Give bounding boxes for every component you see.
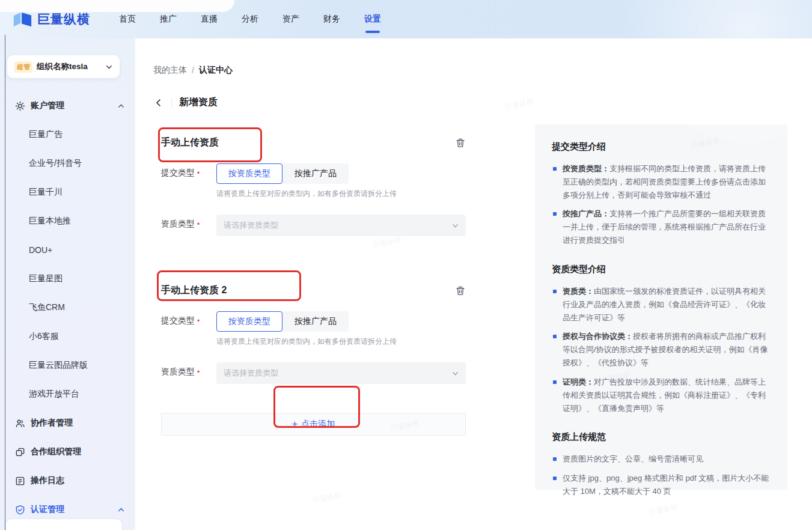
list-item: 资质图片的文字、公章、编号需清晰可见 (552, 452, 771, 466)
tab-by-qualification-type[interactable]: 按资质类型 (216, 163, 282, 184)
helper-text: 请将资质上传至对应的类型内，如有多份资质请拆分上传 (216, 337, 397, 347)
nav-item-analysis[interactable]: 分析 (240, 10, 260, 28)
nav-item-settings-label: 设置 (364, 14, 381, 23)
field-label-qual-type: 资质类型• (161, 362, 216, 377)
sidebar-label: 合作组织管理 (31, 446, 124, 457)
main-content: 我的主体 / 认证中心 新增资质 手动上传资质 提交类型• (135, 38, 812, 530)
bullet-icon (553, 335, 557, 338)
sidebar-item-feiyu-crm[interactable]: 飞鱼CRM (0, 293, 135, 322)
org-name: 组织名称tesla (37, 61, 106, 72)
sidebar-label: 账户管理 (31, 100, 118, 111)
gear-icon (15, 101, 25, 111)
bullet-icon (553, 380, 557, 384)
sidebar-label: DOU+ (29, 245, 124, 255)
section-title: 提交类型介绍 (552, 141, 771, 153)
page-header: 新增资质 (153, 96, 218, 109)
sidebar-item-xingtu[interactable]: 巨量星图 (0, 264, 135, 293)
sidebar-label: 认证管理 (31, 504, 118, 515)
chevron-up-icon[interactable] (118, 507, 124, 513)
sidebar-item-partner-org-mgmt[interactable]: 合作组织管理 (0, 437, 135, 466)
chevron-up-icon[interactable] (118, 103, 124, 109)
nav-item-home[interactable]: 首页 (118, 10, 137, 28)
bullet-icon (553, 477, 557, 480)
nav-item-settings[interactable]: 设置 (363, 10, 382, 28)
add-button-label: 点击添加 (301, 419, 335, 430)
sidebar-label: 巨量星图 (29, 273, 124, 284)
delete-card-button[interactable] (455, 285, 466, 296)
section-title: 资质上传规范 (552, 431, 771, 443)
org-selector[interactable]: 超管 组织名称tesla (7, 55, 120, 78)
qual-type-select[interactable]: 请选择资质类型 (216, 215, 466, 236)
required-marker: • (197, 169, 200, 177)
help-section-upload-rules: 资质上传规范 资质图片的文字、公章、编号需清晰可见 仅支持 jpg、png、jp… (552, 431, 771, 498)
bullet-icon (553, 290, 557, 293)
breadcrumb-separator: / (192, 65, 194, 75)
sidebar-item-qianchuan[interactable]: 巨量千川 (0, 178, 135, 207)
sidebar-item-dou-plus[interactable]: DOU+ (0, 236, 135, 264)
field-label-submit-type: 提交类型• (161, 311, 216, 326)
sidebar-item-xiao6[interactable]: 小6客服 (0, 322, 135, 351)
breadcrumb-parent[interactable]: 我的主体 (153, 65, 187, 76)
organization-icon (15, 447, 25, 457)
required-marker: • (197, 368, 200, 376)
app-logo[interactable]: 巨量纵横 (12, 11, 90, 28)
sidebar-label: 巨量千川 (29, 187, 124, 198)
chevron-down-icon (452, 222, 459, 229)
sidebar-item-local-push[interactable]: 巨量本地推 (0, 207, 135, 236)
chevron-left-icon (154, 99, 163, 107)
top-nav-bar: 巨量纵横 首页 推广 直播 分析 资产 财务 设置 (0, 0, 812, 38)
tab-by-qualification-type[interactable]: 按资质类型 (216, 311, 282, 332)
qualification-card-2: 手动上传资质 2 提交类型• 按资质类型 按推广产品 请将资质上传至对应的类型内… (161, 272, 466, 384)
sidebar-label: 游戏开放平台 (29, 389, 124, 400)
sidebar: 超管 组织名称tesla 账户管理 巨量广告 企业号/抖音号 巨量千川 巨量本地… (0, 38, 135, 530)
nav-item-assets[interactable]: 资产 (281, 10, 301, 28)
list-item: 资质类：由国家统一颁发的标准资质证件，以证明具有相关行业及产品的准入资质，例如《… (552, 285, 771, 324)
select-placeholder: 请选择资质类型 (224, 368, 452, 379)
sidebar-item-collaborator-mgmt[interactable]: 协作者管理 (0, 409, 135, 437)
bullet-icon (553, 457, 557, 461)
help-section-submit-types: 提交类型介绍 按资质类型：支持根据不同的类型上传资质，请将资质上传至正确的类型内… (552, 141, 771, 247)
sidebar-item-juliang-ad[interactable]: 巨量广告 (0, 120, 135, 149)
sidebar-label: 巨量广告 (29, 129, 124, 140)
people-icon (15, 418, 25, 428)
sidebar-label: 小6客服 (29, 331, 124, 342)
role-badge: 超管 (14, 61, 32, 73)
qualification-form: 手动上传资质 提交类型• 按资质类型 按推广产品 请将资质上传至对应的类型内，如… (161, 124, 466, 436)
bullet-icon (553, 212, 557, 216)
logo-icon (12, 11, 32, 28)
sidebar-item-operation-log[interactable]: 操作日志 (0, 466, 135, 495)
sidebar-item-account-mgmt[interactable]: 账户管理 (0, 91, 135, 120)
nav-item-live[interactable]: 直播 (200, 10, 219, 28)
required-marker: • (197, 220, 200, 228)
tab-by-promoted-product[interactable]: 按推广产品 (282, 311, 349, 332)
sidebar-item-game-open-platform[interactable]: 游戏开放平台 (0, 380, 135, 409)
qualification-card-1: 手动上传资质 提交类型• 按资质类型 按推广产品 请将资质上传至对应的类型内，如… (161, 124, 466, 236)
tab-by-promoted-product[interactable]: 按推广产品 (282, 163, 349, 184)
window-edge-line (5, 35, 5, 530)
add-qualification-button[interactable]: + 点击添加 (161, 413, 466, 436)
nav-item-promotion[interactable]: 推广 (159, 10, 178, 28)
nav-item-finance[interactable]: 财务 (322, 10, 341, 28)
list-item: 按推广产品：支持将一个推广产品所需要的一组相关联资质一并上传，便于后续的管理，系… (552, 207, 771, 246)
plus-icon: + (292, 419, 298, 429)
page-title: 新增资质 (179, 96, 218, 109)
sidebar-label: 飞鱼CRM (29, 302, 124, 313)
sidebar-menu: 账户管理 巨量广告 企业号/抖音号 巨量千川 巨量本地推 DOU+ 巨量星图 飞… (0, 91, 135, 524)
list-item: 授权与合作协议类：授权者将所拥有的商标或产品推广权利等以合同/协议的形式授予被授… (552, 330, 771, 369)
sidebar-item-active-pill[interactable] (6, 519, 122, 530)
sidebar-label: 企业号/抖音号 (29, 158, 124, 169)
delete-card-button[interactable] (455, 138, 466, 148)
shield-check-icon (15, 505, 25, 515)
sidebar-item-enterprise-douyin[interactable]: 企业号/抖音号 (0, 149, 135, 178)
chevron-down-icon (452, 370, 459, 377)
back-button[interactable] (153, 97, 164, 108)
chevron-down-icon (106, 64, 112, 70)
logo-text: 巨量纵横 (37, 11, 90, 28)
sidebar-item-yuntu-brand[interactable]: 巨量云图品牌版 (0, 351, 135, 380)
sidebar-label: 操作日志 (31, 475, 124, 486)
field-label-qual-type: 资质类型• (161, 215, 216, 230)
required-marker: • (197, 317, 200, 325)
helper-text: 请将资质上传至对应的类型内，如有多份资质请拆分上传 (216, 189, 397, 199)
main-nav: 首页 推广 直播 分析 资产 财务 设置 (118, 10, 382, 28)
qual-type-select[interactable]: 请选择资质类型 (216, 362, 466, 384)
